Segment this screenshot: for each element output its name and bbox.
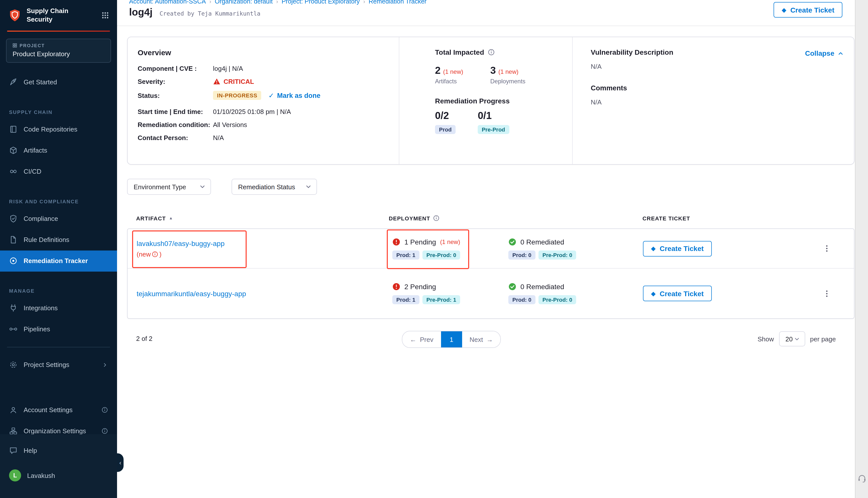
section-manage: MANAGE: [0, 272, 117, 298]
table-row: tejakummarikuntla/easy-buggy-app 2 Pendi…: [128, 268, 854, 318]
remediated-block: 0 Remediated Prod: 0 Pre-Prod: 0: [505, 283, 621, 304]
remediated-icon: [508, 283, 516, 291]
breadcrumb-account[interactable]: Account: Automation-SSCA: [129, 0, 206, 5]
breadcrumb-remediation-tracker[interactable]: Remediation Tracker: [369, 0, 427, 5]
info-icon[interactable]: [488, 49, 495, 56]
total-impacted-column: Total Impacted 2(1 new) Artifacts 3(1 ne…: [399, 37, 573, 164]
sidebar-item-compliance[interactable]: Compliance: [0, 208, 117, 230]
sidebar-item-label: Artifacts: [24, 147, 47, 154]
time-label: Start time | End time:: [138, 108, 213, 116]
section-supply-chain: SUPPLY CHAIN: [0, 93, 117, 119]
sidebar-item-code-repositories[interactable]: Code Repositories: [0, 119, 117, 140]
row-menu-button[interactable]: [809, 289, 845, 298]
collapse-button[interactable]: Collapse: [805, 49, 844, 57]
total-impacted-heading: Total Impacted: [435, 48, 484, 56]
target-icon: [9, 257, 17, 265]
prod-badge: Prod: 1: [392, 295, 419, 304]
create-ticket-button-row[interactable]: ◆ Create Ticket: [643, 286, 712, 301]
remediated-block: 0 Remediated Prod: 0 Pre-Prod: 0: [505, 238, 621, 259]
condition-label: Remediation condition:: [138, 121, 213, 129]
info-icon[interactable]: [102, 428, 108, 434]
sidebar-nav: Get Started SUPPLY CHAIN Code Repositori…: [0, 72, 117, 442]
pending-icon: [392, 238, 400, 246]
sidebar-item-label: CI/CD: [24, 168, 41, 175]
shield-check-icon: [9, 214, 17, 223]
help-button[interactable]: Help: [0, 440, 117, 460]
chevron-down-icon: [793, 336, 800, 342]
sidebar-item-account-settings[interactable]: Account Settings: [0, 399, 117, 421]
repository-icon: [9, 125, 17, 134]
project-selector[interactable]: PROJECT Product Exploratory: [6, 39, 111, 63]
remediated-count: 0 Remediated: [520, 238, 564, 246]
remediation-status-filter[interactable]: Remediation Status: [232, 179, 317, 195]
status-label: Status:: [138, 92, 213, 99]
pending-new-count: (1 new): [440, 238, 460, 245]
chevron-down-icon: [199, 183, 206, 190]
chevron-left-icon: ‹: [119, 460, 121, 466]
artifacts-label: Artifacts: [435, 78, 471, 85]
pipeline-icon: [9, 325, 17, 333]
sidebar-item-artifacts[interactable]: Artifacts: [0, 140, 117, 161]
user-menu[interactable]: L Lavakush: [0, 464, 117, 486]
prod-badge: Prod: 1: [392, 250, 419, 259]
sidebar-item-project-settings[interactable]: Project Settings: [0, 354, 117, 376]
prod-badge: Prod: 0: [508, 250, 535, 259]
sidebar-item-label: Remediation Tracker: [24, 257, 88, 265]
page-size-select[interactable]: 20: [779, 331, 805, 346]
info-icon[interactable]: [152, 251, 158, 258]
artifact-link[interactable]: tejakummarikuntla/easy-buggy-app: [137, 289, 246, 298]
prev-page-button[interactable]: ← Prev: [402, 331, 441, 348]
sidebar-item-label: Integrations: [24, 304, 58, 312]
info-icon[interactable]: [102, 407, 108, 414]
sidebar-item-label: Get Started: [24, 79, 57, 86]
headset-icon: [857, 473, 867, 483]
sidebar-item-rule-definitions[interactable]: Rule Definitions: [0, 230, 117, 250]
page-number-button[interactable]: 1: [441, 331, 462, 348]
prod-progress-value: 0/2: [435, 110, 456, 121]
comments-value: N/A: [591, 99, 844, 106]
preprod-progress: 0/1 Pre-Prod: [478, 110, 509, 134]
breadcrumb-project[interactable]: Project: Product Exploratory: [282, 0, 360, 5]
info-icon[interactable]: [433, 215, 440, 221]
breadcrumb-organization[interactable]: Organization: default: [215, 0, 273, 5]
sidebar-item-label: Project Settings: [24, 361, 69, 369]
arrow-left-icon: ←: [410, 336, 416, 343]
pending-count: 1 Pending: [404, 238, 436, 246]
mark-as-done-button[interactable]: ✓ Mark as done: [269, 91, 321, 100]
row-menu-button[interactable]: [809, 245, 845, 252]
sidebar-collapse-toggle[interactable]: ‹: [117, 453, 124, 472]
create-ticket-button-row[interactable]: ◆ Create Ticket: [643, 241, 712, 256]
diamond-icon: ◆: [781, 7, 786, 13]
artifact-link[interactable]: lavakush07/easy-buggy-app: [137, 239, 224, 248]
project-icon: [13, 43, 17, 48]
dots-vertical-icon: [823, 289, 831, 298]
column-header-artifact[interactable]: ARTIFACT ▲: [136, 215, 389, 221]
create-ticket-cell: ◆ Create Ticket: [643, 241, 809, 256]
create-ticket-button-header[interactable]: ◆ Create Ticket: [774, 2, 842, 17]
sidebar-item-remediation-tracker[interactable]: Remediation Tracker: [0, 250, 117, 272]
support-chat-button[interactable]: [857, 473, 867, 483]
next-page-button[interactable]: Next →: [462, 331, 500, 348]
deployment-cell: 1 Pending (1 new) Prod: 1 Pre-Prod: 0: [389, 238, 643, 259]
prod-progress: 0/2 Prod: [435, 110, 456, 134]
help-label: Help: [24, 447, 37, 454]
pending-icon: [392, 283, 400, 291]
sidebar-item-pipelines[interactable]: Pipelines: [0, 319, 117, 340]
module-grid-icon[interactable]: [102, 12, 109, 19]
page-subtitle: Created by Teja Kummarikuntla: [159, 10, 260, 17]
table-header: ARTIFACT ▲ DEPLOYMENT CREATE TICKET: [127, 215, 854, 221]
sidebar-item-label: Organization Settings: [24, 428, 86, 435]
filters-row: Environment Type Remediation Status: [127, 179, 854, 195]
artifact-new-flag: (new ): [137, 250, 389, 258]
diamond-icon: ◆: [651, 290, 656, 297]
sidebar-item-integrations[interactable]: Integrations: [0, 298, 117, 319]
vulnerability-description-value: N/A: [591, 63, 844, 70]
column-header-deployment: DEPLOYMENT: [389, 215, 643, 221]
artifacts-new-count: (1 new): [443, 68, 463, 75]
environment-type-filter[interactable]: Environment Type: [127, 179, 211, 195]
sidebar-item-cicd[interactable]: CI/CD: [0, 161, 117, 182]
page-size-control: Show 20 per page: [757, 331, 836, 347]
remediation-table: lavakush07/easy-buggy-app (new ): [127, 228, 854, 319]
sidebar-item-get-started[interactable]: Get Started: [0, 72, 117, 93]
deployments-label: Deployments: [490, 78, 527, 85]
